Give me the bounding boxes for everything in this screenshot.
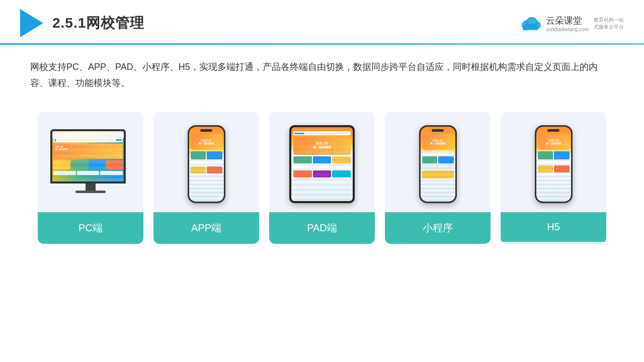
svg-rect-3 bbox=[523, 25, 538, 30]
svg-point-4 bbox=[527, 18, 536, 24]
h5-phone-device: 职进人的第一堂妈猫课 bbox=[535, 125, 573, 203]
device-cards-container: 职进人的第一堂妈猫课 bbox=[0, 97, 644, 259]
card-pc-image: 职进人的第一堂妈猫课 bbox=[38, 112, 143, 212]
pc-base bbox=[75, 191, 106, 193]
card-pc-label: PC端 bbox=[38, 212, 143, 244]
brand-tagline: 教育机构一站式服务云平台 bbox=[594, 17, 624, 31]
card-h5-image: 职进人的第一堂妈猫课 bbox=[501, 112, 606, 212]
brand-url: yunduoketang.com bbox=[546, 27, 589, 32]
pc-monitor: 职进人的第一堂妈猫课 bbox=[50, 129, 126, 184]
brand-logo: 云朵课堂 yunduoketang.com 教育机构一站式服务云平台 bbox=[519, 14, 624, 32]
page-header: 2.5.1网校管理 云朵课堂 yunduoketang.com 教育机构一站式服… bbox=[0, 0, 644, 37]
page-title: 2.5.1网校管理 bbox=[52, 14, 144, 33]
card-h5: 职进人的第一堂妈猫课 H5 bbox=[501, 112, 606, 244]
logo-triangle bbox=[20, 9, 43, 37]
card-app: 职进人的第一堂妈猫课 APP端 bbox=[153, 112, 259, 244]
card-miniprogram: 职进人的第一堂妈猫课 小程序 bbox=[385, 112, 491, 244]
card-pad-image: 职进人的第一堂妈猫课 bbox=[269, 112, 375, 212]
pc-device: 职进人的第一堂妈猫课 bbox=[50, 129, 131, 200]
card-app-image: 职进人的第一堂妈猫课 bbox=[153, 112, 259, 212]
card-h5-label: H5 bbox=[501, 212, 606, 242]
miniprogram-phone-device: 职进人的第一堂妈猫课 bbox=[419, 125, 457, 203]
card-pad-label: PAD端 bbox=[269, 212, 375, 244]
card-pc: 职进人的第一堂妈猫课 bbox=[38, 112, 143, 244]
card-pad: 职进人的第一堂妈猫课 bbox=[269, 112, 375, 244]
miniprogram-phone-screen: 职进人的第一堂妈猫课 bbox=[421, 127, 455, 202]
card-miniprogram-label: 小程序 bbox=[385, 212, 491, 244]
pad-tablet-screen: 职进人的第一堂妈猫课 bbox=[291, 127, 353, 201]
pad-tablet-device: 职进人的第一堂妈猫课 bbox=[289, 125, 355, 203]
brand-name: 云朵课堂 bbox=[546, 15, 589, 27]
card-miniprogram-image: 职进人的第一堂妈猫课 bbox=[385, 112, 491, 212]
cloud-icon bbox=[519, 14, 543, 32]
card-app-label: APP端 bbox=[153, 212, 259, 244]
app-phone-device: 职进人的第一堂妈猫课 bbox=[188, 125, 225, 203]
pc-screen: 职进人的第一堂妈猫课 bbox=[52, 131, 124, 182]
app-phone-screen: 职进人的第一堂妈猫课 bbox=[189, 127, 224, 202]
pc-stand bbox=[86, 184, 96, 191]
h5-phone-screen: 职进人的第一堂妈猫课 bbox=[536, 127, 571, 202]
description-text: 网校支持PC、APP、PAD、小程序、H5，实现多端打通，产品各终端自由切换，数… bbox=[0, 45, 644, 97]
